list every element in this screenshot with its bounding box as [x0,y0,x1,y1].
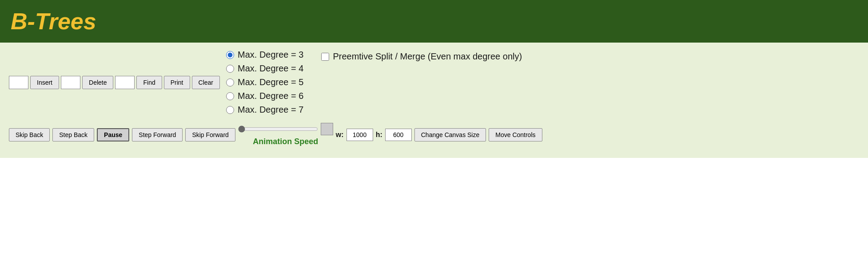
move-controls-button[interactable]: Move Controls [489,128,542,141]
degree-3-radio[interactable] [226,51,234,59]
degree-3-label: Max. Degree = 3 [238,50,303,60]
clear-button[interactable]: Clear [192,76,220,89]
w-label: w: [336,131,344,139]
controls-area: Insert Delete Find Print Clear Max. Degr… [0,43,868,158]
degree-6-label: Max. Degree = 6 [238,91,303,101]
main-canvas [0,158,868,247]
degree-3-option[interactable]: Max. Degree = 3 [226,50,303,60]
bottom-controls-row: Skip Back Step Back Pause Step Forward S… [9,123,859,146]
degree-radio-group: Max. Degree = 3 Max. Degree = 4 Max. Deg… [226,50,303,115]
preemtive-checkbox[interactable] [321,53,329,61]
degree-7-option[interactable]: Max. Degree = 7 [226,105,303,115]
degree-4-radio[interactable] [226,65,234,73]
degree-5-label: Max. Degree = 5 [238,77,303,87]
width-input[interactable] [346,129,373,141]
speed-label: Animation Speed [253,137,318,146]
insert-input[interactable] [9,76,28,89]
speed-container: Animation Speed [238,123,333,146]
options-area: Max. Degree = 3 Max. Degree = 4 Max. Deg… [226,50,522,115]
delete-input[interactable] [61,76,80,89]
app-title: B-Trees [11,8,857,35]
change-canvas-button[interactable]: Change Canvas Size [414,128,486,141]
skip-back-button[interactable]: Skip Back [9,128,50,141]
step-forward-button[interactable]: Step Forward [132,128,183,141]
degree-4-option[interactable]: Max. Degree = 4 [226,63,303,74]
degree-7-radio[interactable] [226,106,234,114]
canvas-size-area: w: h: Change Canvas Size Move Controls [336,128,542,141]
speed-color-box [321,123,333,135]
height-input[interactable] [385,129,412,141]
find-button[interactable]: Find [136,76,162,89]
speed-slider[interactable] [238,125,318,134]
speed-slider-row [238,123,333,135]
degree-6-radio[interactable] [226,92,234,100]
preemtive-label: Preemtive Split / Merge (Even max degree… [333,51,522,62]
h-label: h: [376,131,382,139]
top-controls-row: Insert Delete Find Print Clear Max. Degr… [9,50,859,115]
degree-4-label: Max. Degree = 4 [238,63,303,74]
print-button[interactable]: Print [164,76,190,89]
degree-5-option[interactable]: Max. Degree = 5 [226,77,303,87]
preemtive-area: Preemtive Split / Merge (Even max degree… [321,50,522,62]
insert-button[interactable]: Insert [30,76,59,89]
degree-5-radio[interactable] [226,79,234,86]
delete-button[interactable]: Delete [82,76,113,89]
app-header: B-Trees [0,0,868,43]
pause-button[interactable]: Pause [97,128,129,141]
degree-6-option[interactable]: Max. Degree = 6 [226,91,303,101]
find-input[interactable] [115,76,135,89]
skip-forward-button[interactable]: Skip Forward [185,128,235,141]
preemtive-option[interactable]: Preemtive Split / Merge (Even max degree… [321,51,522,62]
step-back-button[interactable]: Step Back [52,128,94,141]
degree-7-label: Max. Degree = 7 [238,105,303,115]
